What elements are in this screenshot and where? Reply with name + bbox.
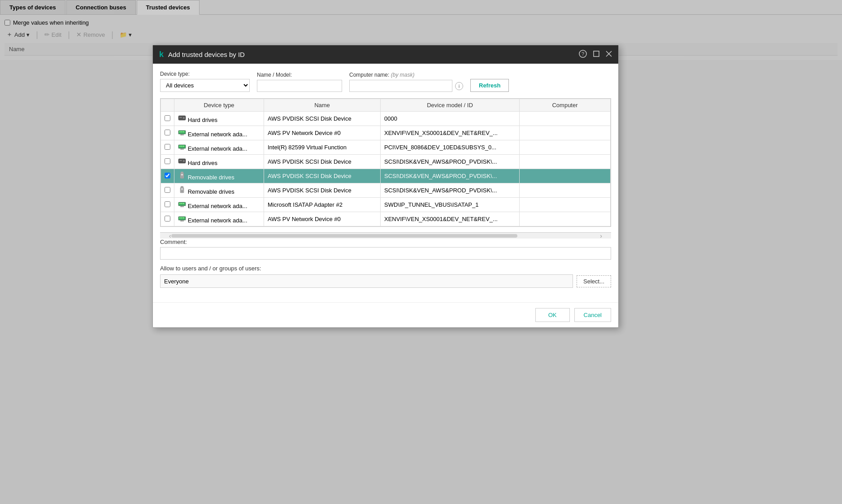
row-checkbox-cell [161, 155, 174, 169]
row-model-id: PCI\VEN_8086&DEV_10ED&SUBSYS_0... [381, 140, 520, 155]
row-device-type: Hard drives [174, 112, 264, 126]
svg-rect-34 [183, 203, 184, 204]
filter-row: Device type: All devices Hard drives Rem… [160, 71, 611, 92]
allow-row: Select... [160, 274, 611, 288]
device-type-icon [178, 145, 186, 152]
svg-rect-9 [179, 131, 181, 132]
comment-section: Comment: [160, 239, 611, 260]
svg-point-26 [182, 177, 182, 178]
table-row[interactable]: Hard drives AWS PVDISK SCSI Disk Device … [161, 155, 611, 169]
row-device-type: External network ada... [174, 140, 264, 155]
svg-rect-32 [179, 203, 181, 204]
device-type-filter-group: Device type: All devices Hard drives Rem… [160, 71, 250, 92]
svg-rect-11 [183, 131, 184, 132]
select-button[interactable]: Select... [577, 275, 611, 287]
svg-rect-39 [181, 217, 182, 218]
row-model-id: SCSI\DISK&VEN_AWS&PROD_PVDISK\... [381, 183, 520, 198]
svg-rect-23 [181, 172, 183, 173]
table-row[interactable]: External network ada... Intel(R) 82599 V… [161, 140, 611, 155]
svg-rect-16 [181, 146, 182, 147]
row-model-id: XENVIF\VEN_XS0001&DEV_NET&REV_... [381, 212, 520, 226]
device-type-icon [178, 203, 186, 209]
row-device-type: External network ada... [174, 212, 264, 226]
device-type-text: External network ada... [188, 203, 247, 209]
add-trusted-devices-dialog: k Add trusted devices by ID ? [152, 45, 619, 328]
row-model-id: SWD\IP_TUNNEL_VBUS\ISATAP_1 [381, 198, 520, 212]
allow-input[interactable] [160, 274, 573, 288]
close-icon [606, 51, 612, 57]
table-row[interactable]: External network ada... Microsoft ISATAP… [161, 198, 611, 212]
device-type-icon [178, 188, 186, 195]
svg-rect-29 [181, 188, 183, 190]
row-checkbox-cell [161, 140, 174, 155]
device-type-icon [178, 160, 186, 166]
computer-name-input[interactable] [349, 80, 452, 92]
row-device-type: External network ada... [174, 126, 264, 140]
comment-label: Comment: [160, 239, 611, 245]
device-type-text: Hard drives [188, 117, 217, 123]
device-type-select[interactable]: All devices Hard drives Removable drives… [160, 79, 250, 92]
row-checkbox[interactable] [165, 201, 170, 207]
row-checkbox[interactable] [165, 130, 170, 135]
dialog-title: Add trusted devices by ID [168, 51, 245, 58]
cancel-button[interactable]: Cancel [574, 308, 611, 322]
svg-rect-19 [182, 148, 183, 150]
device-type-icon [178, 174, 186, 181]
computer-name-filter-group: Computer name: (by mask) i [349, 72, 463, 92]
svg-rect-22 [179, 160, 182, 161]
svg-rect-35 [181, 206, 182, 207]
col-model-id: Device model / ID [381, 99, 520, 112]
row-checkbox[interactable] [165, 173, 170, 178]
row-model-id: XENVIF\VEN_XS0001&DEV_NET&REV_... [381, 126, 520, 140]
row-name: AWS PVDISK SCSI Disk Device [264, 112, 381, 126]
row-device-type: Removable drives [174, 169, 264, 183]
col-checkbox [161, 99, 174, 112]
svg-rect-7 [179, 117, 182, 118]
maximize-button[interactable] [593, 51, 599, 58]
scroll-right-arrow[interactable]: › [600, 232, 602, 239]
by-mask-note: (by mask) [391, 72, 415, 78]
table-row[interactable]: Removable drives AWS PVDISK SCSI Disk De… [161, 169, 611, 183]
row-checkbox[interactable] [165, 144, 170, 150]
row-computer [520, 169, 611, 183]
info-icon: i [455, 82, 463, 90]
svg-rect-28 [180, 187, 184, 193]
dialog-titlebar-right: ? [579, 50, 612, 59]
kaspersky-logo: k [159, 50, 164, 59]
dialog-titlebar: k Add trusted devices by ID ? [153, 45, 618, 64]
row-name: Microsoft ISATAP Adapter #2 [264, 198, 381, 212]
row-checkbox[interactable] [165, 158, 170, 164]
help-button[interactable]: ? [579, 50, 587, 59]
device-type-text: Removable drives [188, 188, 234, 195]
allow-label: Allow to users and / or groups of users: [160, 265, 611, 272]
device-type-text: External network ada... [188, 217, 247, 224]
row-device-type: Removable drives [174, 183, 264, 198]
table-row[interactable]: External network ada... AWS PV Network D… [161, 126, 611, 140]
svg-point-21 [183, 160, 185, 162]
table-row[interactable]: External network ada... AWS PV Network D… [161, 212, 611, 226]
scrollbar-thumb[interactable] [171, 234, 518, 238]
svg-rect-17 [183, 146, 184, 147]
device-table-body: Hard drives AWS PVDISK SCSI Disk Device … [161, 112, 611, 226]
row-checkbox[interactable] [165, 187, 170, 193]
row-checkbox[interactable] [165, 115, 170, 121]
close-button[interactable] [606, 51, 612, 58]
refresh-button[interactable]: Refresh [470, 79, 509, 92]
horizontal-scrollbar[interactable]: ‹ › [160, 232, 611, 239]
row-name: Intel(R) 82599 Virtual Function [264, 140, 381, 155]
comment-input[interactable] [160, 247, 611, 260]
svg-rect-18 [181, 148, 182, 150]
svg-rect-15 [179, 146, 181, 147]
row-model-id: SCSI\DISK&VEN_AWS&PROD_PVDISK\... [381, 169, 520, 183]
ok-button[interactable]: OK [535, 308, 570, 322]
name-model-input[interactable] [257, 80, 342, 92]
svg-point-30 [182, 191, 182, 192]
device-type-text: Hard drives [188, 160, 217, 166]
device-type-label: Device type: [160, 71, 250, 77]
device-type-text: External network ada... [188, 145, 247, 152]
row-checkbox[interactable] [165, 216, 170, 222]
table-row[interactable]: Removable drives AWS PVDISK SCSI Disk De… [161, 183, 611, 198]
svg-text:?: ? [582, 51, 584, 56]
row-checkbox-cell [161, 198, 174, 212]
table-row[interactable]: Hard drives AWS PVDISK SCSI Disk Device … [161, 112, 611, 126]
